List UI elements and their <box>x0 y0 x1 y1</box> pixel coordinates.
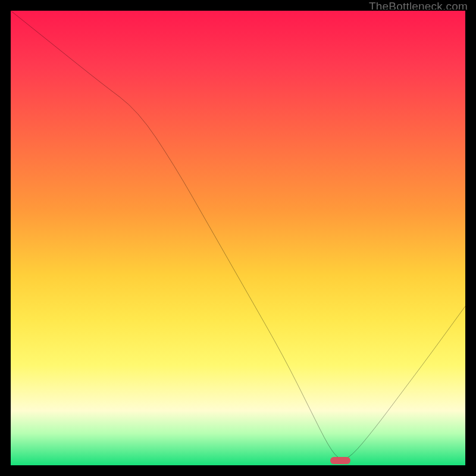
chart-plot-area <box>10 10 466 466</box>
minimum-marker <box>330 457 350 464</box>
bottleneck-curve <box>11 11 465 465</box>
curve-path <box>11 11 465 459</box>
